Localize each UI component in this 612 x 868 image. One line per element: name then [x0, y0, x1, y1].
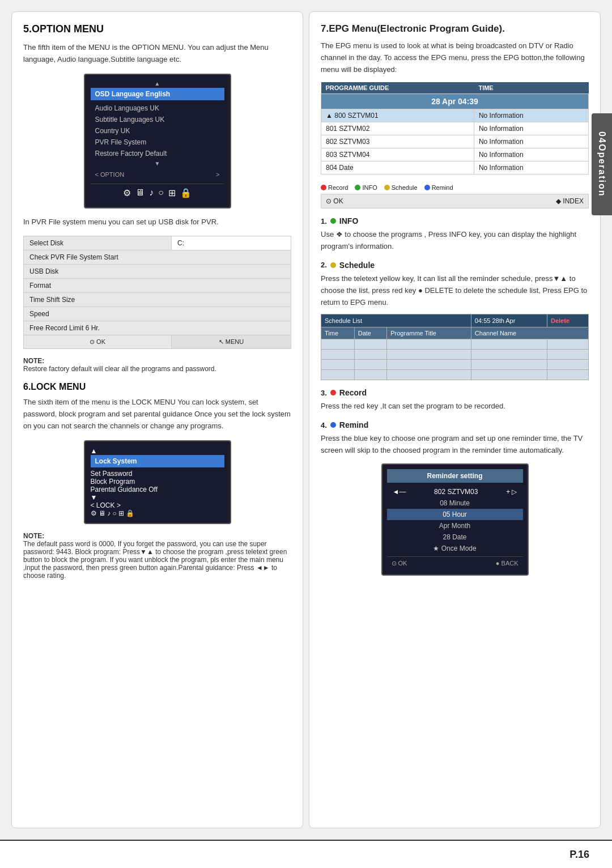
lock-icon-gear: ⚙ — [91, 509, 97, 517]
lock-menu-box: ▲ Lock System Set Password Block Program… — [84, 440, 231, 524]
schedule-number: 2. — [321, 261, 327, 269]
lock-triangle-up: ▲ — [91, 447, 224, 455]
reminder-nav-right: + ▷ — [506, 488, 517, 496]
reminder-row-month: Apr Month — [387, 520, 523, 531]
epg-title: 7.EPG Menu(Electronic Program Guide). — [321, 23, 589, 35]
osd-item-4: PVR File System — [91, 137, 224, 148]
operation-label: Operation — [597, 144, 607, 197]
epg-channel-row-5: 804 Date No Information — [321, 161, 589, 175]
info-section: 1. INFO Use ❖ to choose the programs , P… — [321, 216, 589, 253]
epg-info-3: No Information — [474, 135, 588, 148]
icon-grid: ⊞ — [168, 188, 176, 198]
dot-red — [321, 185, 326, 190]
lock-nav-left: < LOCK — [91, 501, 115, 509]
reminder-footer: ⊙ OK ● BACK — [387, 556, 523, 570]
sched-col-channel: Channel Name — [471, 327, 588, 339]
page-container: 5.OPTION MENU The fifth item of the MENU… — [0, 0, 612, 868]
epg-body-text: The EPG menu is used to look at what is … — [321, 40, 589, 75]
reminder-title: Reminder setting — [387, 469, 523, 483]
info-header: 1. INFO — [321, 216, 589, 225]
remind-number: 4. — [321, 421, 327, 429]
epg-date: 28 Apr 04:39 — [321, 94, 589, 109]
remind-body-text: Press the blue key to choose one program… — [321, 433, 589, 457]
icon-monitor: 🖥 — [135, 188, 144, 198]
pvr-intro-text: In PVR File system menu you can set up U… — [23, 216, 291, 228]
sched-columns: Time Date Programme Title Channel Name — [321, 327, 589, 339]
osd-item-2: Subtitle Languages UK — [91, 114, 224, 125]
sched-empty-1 — [321, 339, 589, 350]
schedule-title: Schedule — [339, 261, 375, 270]
osd-menu-box: ▲ OSD Language English Audio Languages U… — [84, 74, 231, 209]
remind-title: Remind — [339, 420, 368, 429]
sched-empty-3 — [321, 360, 589, 370]
sched-header: Schedule List 04:55 28th Apr Delete — [321, 314, 589, 327]
dot-yellow — [384, 185, 390, 190]
pvr-ok: ⊙ OK — [24, 335, 172, 349]
icon-circle: ○ — [158, 188, 164, 198]
pvr-label-6: Speed — [24, 307, 291, 321]
page-footer: P.16 — [0, 840, 612, 868]
lock-icon-music: ♪ — [107, 509, 110, 517]
pvr-label-7: Free Record Limit 6 Hr. — [24, 321, 291, 335]
epg-channel-4: 803 SZTVM04 — [321, 148, 474, 161]
pvr-label-1: Select Disk — [24, 236, 172, 250]
icon-lock: 🔒 — [180, 188, 192, 198]
record-dot-red — [330, 390, 336, 395]
icon-music: ♪ — [149, 188, 154, 198]
reminder-back: ● BACK — [496, 560, 518, 567]
epg-channel-row-3: 802 SZTVM03 No Information — [321, 135, 589, 148]
pvr-row-2: Check PVR File System Start — [24, 250, 291, 265]
record-number: 3. — [321, 389, 327, 397]
option-body-text: The fifth item of the MENU is the OPTION… — [23, 42, 291, 66]
reminder-row-hour: 05 Hour — [387, 509, 523, 520]
schedule-body: Press the teletext yellow key, It can li… — [321, 273, 589, 308]
reminder-channel-row: ◄— 802 SZTVM03 + ▷ — [387, 486, 523, 497]
left-column: 5.OPTION MENU The fifth item of the MENU… — [11, 11, 303, 828]
epg-channel-5: 804 Date — [321, 161, 474, 175]
epg-footer: ⊙ OK ◆ INDEX — [321, 194, 589, 209]
sched-col-time: Time — [321, 327, 355, 339]
operation-tab: 04 Operation — [592, 113, 612, 215]
pvr-table: Select Disk C: Check PVR File System Sta… — [23, 236, 291, 349]
epg-header-time: TIME — [474, 82, 588, 94]
sched-col-title: Programme Title — [387, 327, 471, 339]
option-note-title: NOTE: — [23, 357, 44, 365]
schedule-header: 2. Schedule — [321, 261, 589, 270]
epg-info-1: No Information — [474, 109, 588, 122]
osd-item-3: Country UK — [91, 125, 224, 137]
lock-item-3: Parental Guidance Off — [91, 486, 224, 493]
epg-ok: ⊙ OK — [326, 197, 343, 205]
osd-nav-right: > — [216, 171, 219, 178]
epg-info-2: No Information — [474, 122, 588, 135]
epg-header-guide: PROGRAMME GUIDE — [321, 82, 474, 94]
reminder-row-minute: 08 Minute — [387, 497, 523, 509]
dot-blue — [424, 185, 430, 190]
option-note: NOTE: Restore factory default will clear… — [23, 357, 291, 373]
lock-note: NOTE: The default pass word is 0000, If … — [23, 532, 291, 580]
record-header: 3. Record — [321, 388, 589, 397]
osd-nav-left: < OPTION — [95, 171, 125, 178]
sched-date-header: 04:55 28th Apr — [471, 314, 547, 327]
page-number: P.16 — [570, 849, 589, 861]
lock-item-2: Block Program — [91, 478, 224, 486]
lock-menu-body: The sixth item of the menu is the LOCK M… — [23, 397, 291, 432]
lock-note-title: NOTE: — [23, 532, 44, 540]
remind-dot-blue — [330, 422, 336, 428]
osd-selected-item: OSD Language English — [91, 88, 224, 100]
pvr-row-3: USB Disk — [24, 265, 291, 279]
schedule-body-text: Press the teletext yellow key, It can li… — [321, 273, 589, 308]
lock-icon-grid: ⊞ — [118, 509, 124, 517]
lock-nav: < LOCK > — [91, 501, 224, 509]
reminder-channel: 802 SZTVM03 — [434, 488, 478, 496]
pvr-row-4: Format — [24, 279, 291, 293]
remind-body: Press the blue key to choose one program… — [321, 433, 589, 457]
schedule-dot-yellow — [330, 262, 336, 268]
reminder-nav-left: ◄— — [393, 488, 406, 496]
programme-guide-table: PROGRAMME GUIDE TIME 28 Apr 04:39 ▲ 800 … — [321, 82, 589, 175]
info-body-text: Use ❖ to choose the programs , Press INF… — [321, 229, 589, 253]
pvr-label-3: USB Disk — [24, 265, 291, 279]
legend-schedule: Schedule — [384, 184, 418, 191]
pvr-label-2: Check PVR File System Start — [24, 250, 291, 265]
record-section: 3. Record Press the red key ,It can set … — [321, 388, 589, 412]
dot-green — [355, 185, 360, 190]
